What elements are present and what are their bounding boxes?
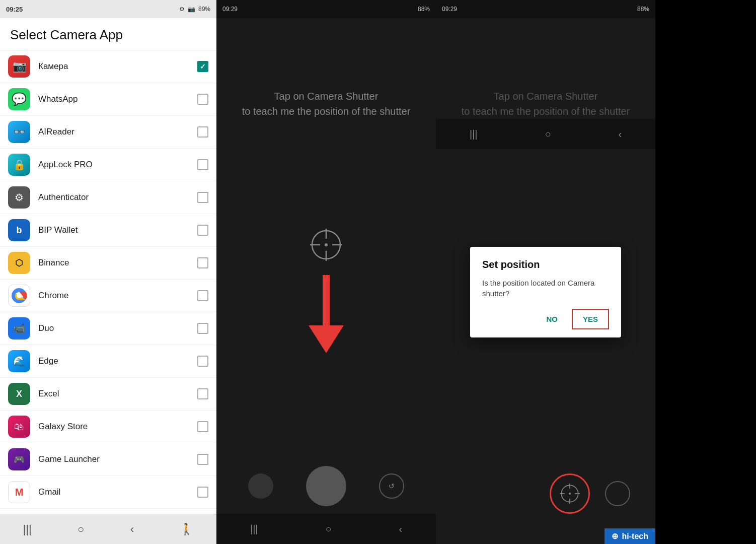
nav-back-icon[interactable]: ‹ [130, 523, 134, 536]
dialog-yes-button[interactable]: YES [572, 309, 609, 329]
app-icon-edge: 🌊 [8, 350, 30, 372]
list-item[interactable]: Chrome [0, 280, 216, 312]
list-item[interactable]: X Excel [0, 378, 216, 411]
battery-panel2: 88% [418, 6, 430, 13]
checkbox-game[interactable] [197, 454, 208, 465]
app-name-camera: Камера [38, 61, 197, 72]
checkbox-duo[interactable] [197, 323, 208, 334]
app-name-game: Game Launcher [38, 454, 197, 464]
app-name-gmail: Gmail [38, 487, 197, 497]
app-name-aireader: AIReader [38, 127, 197, 137]
list-item[interactable]: 📷 Камера [0, 50, 216, 83]
list-item[interactable]: 👓 AIReader [0, 116, 216, 149]
time-panel2: 09:29 [222, 6, 238, 13]
checkbox-gmail[interactable] [197, 487, 208, 498]
checkbox-applock[interactable] [197, 159, 208, 170]
list-item[interactable]: 💬 WhatsApp [0, 83, 216, 116]
crosshair-icon [306, 225, 346, 265]
nav-menu-icon[interactable]: ||| [23, 523, 32, 536]
crosshair-area[interactable] [216, 119, 436, 463]
page-title: Select Camera App [0, 18, 216, 50]
panel-camera-shutter: 09:29 88% Tap on Camera Shutter to teach… [216, 0, 436, 544]
checkbox-bip[interactable] [197, 225, 208, 236]
app-icon-camera: 📷 [8, 55, 30, 78]
dialog-body: Is the position located on Camera shutte… [482, 278, 609, 299]
checkbox-binance[interactable] [197, 257, 208, 268]
list-item[interactable]: G Google [0, 509, 216, 514]
svg-point-2 [17, 293, 22, 298]
checkbox-galaxy[interactable] [197, 421, 208, 432]
list-item[interactable]: 🛍 Galaxy Store [0, 411, 216, 443]
battery-panel1: ⚙ 📷 89% [179, 6, 210, 13]
app-icon-aireader: 👓 [8, 121, 30, 143]
panel-set-position: 09:29 88% Tap on Camera Shutter to teach… [436, 0, 655, 544]
app-icon-duo: 📹 [8, 317, 30, 339]
app-name-binance: Binance [38, 258, 197, 268]
status-bar-panel2: 09:29 88% [216, 0, 436, 18]
nav-recent-icon[interactable]: 🚶 [180, 523, 193, 536]
app-icon-game: 🎮 [8, 448, 30, 470]
checkbox-camera[interactable] [197, 61, 208, 72]
app-name-applock: AppLock PRO [38, 160, 197, 170]
checkbox-edge[interactable] [197, 356, 208, 367]
app-icon-galaxy: 🛍 [8, 416, 30, 438]
app-name-duo: Duo [38, 323, 197, 333]
app-name-edge: Edge [38, 356, 197, 366]
app-name-chrome: Chrome [38, 291, 197, 301]
camera-instruction-panel2: Tap on Camera Shutter to teach me the po… [216, 18, 436, 119]
nav-home-icon-p2[interactable]: ○ [325, 523, 331, 535]
camera-ctrl-right[interactable]: ↺ [379, 473, 404, 499]
dialog-no-button[interactable]: NO [536, 309, 568, 329]
nav-bar-panel1: ||| ○ ‹ 🚶 [0, 514, 216, 544]
app-icon-auth: ⚙ [8, 186, 30, 209]
nav-menu-icon-p2[interactable]: ||| [250, 523, 258, 535]
nav-home-icon[interactable]: ○ [78, 523, 84, 536]
set-position-dialog: Set position Is the position located on … [470, 247, 621, 337]
app-name-excel: Excel [38, 389, 197, 399]
app-name-auth: Authenticator [38, 192, 197, 202]
red-arrow-icon [309, 275, 344, 358]
dialog-buttons: NO YES [482, 309, 609, 329]
checkbox-auth[interactable] [197, 192, 208, 203]
dialog-overlay: Set position Is the position located on … [436, 0, 655, 544]
app-icon-chrome [8, 285, 30, 307]
checkbox-whatsapp[interactable] [197, 94, 208, 105]
list-item[interactable]: 🌊 Edge [0, 345, 216, 378]
svg-rect-9 [323, 275, 330, 330]
camera-controls-panel2: ↺ [216, 463, 436, 514]
list-item[interactable]: M Gmail [0, 476, 216, 509]
checkbox-excel[interactable] [197, 388, 208, 399]
app-name-whatsapp: WhatsApp [38, 94, 197, 104]
instruction-line1: Tap on Camera Shutter [237, 89, 416, 104]
camera-ctrl-left[interactable] [248, 473, 273, 499]
svg-marker-10 [309, 325, 344, 353]
panel-select-camera-app: 09:25 ⚙ 📷 89% Select Camera App 📷 Камера… [0, 0, 216, 544]
list-item[interactable]: 🔒 AppLock PRO [0, 149, 216, 181]
dialog-title: Set position [482, 259, 609, 270]
app-name-bip: BIP Wallet [38, 225, 197, 235]
shutter-button[interactable] [306, 466, 346, 506]
checkbox-chrome[interactable] [197, 290, 208, 301]
list-item[interactable]: b BIP Wallet [0, 214, 216, 247]
app-list: 📷 Камера 💬 WhatsApp 👓 AIReader 🔒 [0, 50, 216, 514]
app-icon-whatsapp: 💬 [8, 88, 30, 110]
checkbox-aireader[interactable] [197, 126, 208, 138]
nav-back-icon-p2[interactable]: ‹ [399, 523, 402, 535]
app-icon-excel: X [8, 383, 30, 405]
nav-bar-panel2: ||| ○ ‹ [216, 514, 436, 544]
app-icon-applock: 🔒 [8, 154, 30, 176]
time-panel1: 09:25 [6, 6, 23, 13]
svg-point-8 [325, 243, 328, 246]
status-bar-panel1: 09:25 ⚙ 📷 89% [0, 0, 216, 18]
instruction-line2: to teach me the position of the shutter [237, 104, 416, 119]
list-item[interactable]: 🎮 Game Launcher [0, 443, 216, 476]
app-icon-binance: ⬡ [8, 252, 30, 274]
list-item[interactable]: ⚙ Authenticator [0, 181, 216, 214]
app-icon-gmail: M [8, 481, 30, 503]
list-item[interactable]: ⬡ Binance [0, 247, 216, 280]
app-icon-bip: b [8, 219, 30, 241]
list-item[interactable]: 📹 Duo [0, 312, 216, 345]
app-name-galaxy: Galaxy Store [38, 422, 197, 432]
